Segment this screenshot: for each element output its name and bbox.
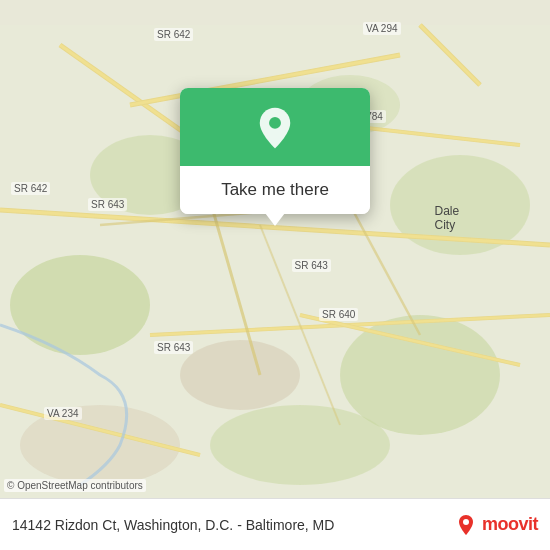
- copyright-notice: © OpenStreetMap contributors: [4, 479, 146, 492]
- address-text: 14142 Rizdon Ct, Washington, D.C. - Balt…: [12, 517, 454, 533]
- svg-point-1: [10, 255, 150, 355]
- svg-point-7: [180, 340, 300, 410]
- moovit-text: moovit: [482, 514, 538, 535]
- road-label-sr643-mid: SR 643: [88, 198, 127, 211]
- road-label-sr642-top: SR 642: [154, 28, 193, 41]
- popup-card: Take me there: [180, 88, 370, 214]
- bottom-bar: 14142 Rizdon Ct, Washington, D.C. - Balt…: [0, 498, 550, 550]
- popup-button-section: Take me there: [180, 166, 370, 214]
- location-pin-icon: [253, 106, 297, 150]
- road-label-va294: VA 294: [363, 22, 401, 35]
- map-container: SR 642 SR 642 VA 294 SR 784 SR 643 SR 64…: [0, 0, 550, 550]
- moovit-logo: moovit: [454, 513, 538, 537]
- moovit-icon: [454, 513, 478, 537]
- road-label-va234: VA 234: [44, 407, 82, 420]
- popup-green-header: [180, 88, 370, 166]
- svg-point-30: [463, 519, 469, 525]
- road-label-sr642-left: SR 642: [11, 182, 50, 195]
- map-background: [0, 0, 550, 550]
- svg-point-3: [210, 405, 390, 485]
- road-label-sr643-lower: SR 643: [154, 341, 193, 354]
- road-label-sr640: SR 640: [319, 308, 358, 321]
- road-label-sr643-right: SR 643: [292, 259, 331, 272]
- take-me-there-button[interactable]: Take me there: [180, 166, 370, 214]
- dale-city-label: DaleCity: [435, 204, 460, 232]
- svg-point-29: [269, 117, 281, 129]
